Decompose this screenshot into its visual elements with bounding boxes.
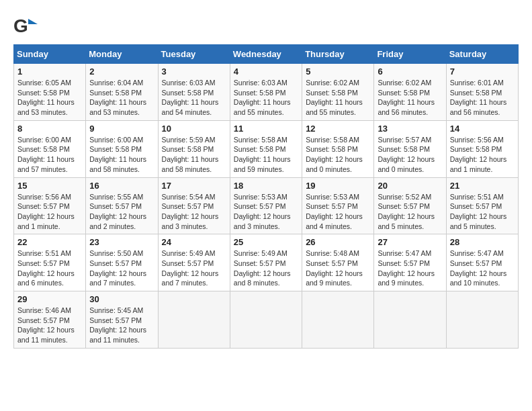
day-number: 1 xyxy=(17,66,82,77)
page-header: G xyxy=(13,13,519,38)
calendar-cell: 20 Sunrise: 5:52 AM Sunset: 5:57 PM Dayl… xyxy=(374,177,446,234)
day-number: 3 xyxy=(162,66,226,77)
calendar-cell: 2 Sunrise: 6:04 AM Sunset: 5:58 PM Dayli… xyxy=(86,64,158,121)
weekday-header-sunday: Sunday xyxy=(14,45,86,64)
day-number: 24 xyxy=(162,237,226,247)
calendar-cell: 28 Sunrise: 5:47 AM Sunset: 5:57 PM Dayl… xyxy=(446,234,518,291)
calendar-cell: 11 Sunrise: 5:58 AM Sunset: 5:58 PM Dayl… xyxy=(230,120,302,177)
calendar-cell: 12 Sunrise: 5:58 AM Sunset: 5:58 PM Dayl… xyxy=(302,120,374,177)
day-info: Sunrise: 6:00 AM Sunset: 5:58 PM Dayligh… xyxy=(89,135,154,175)
day-number: 8 xyxy=(17,124,82,134)
day-number: 23 xyxy=(89,237,154,247)
day-number: 26 xyxy=(306,237,370,247)
weekday-header-tuesday: Tuesday xyxy=(158,45,230,64)
day-info: Sunrise: 5:55 AM Sunset: 5:57 PM Dayligh… xyxy=(89,192,154,232)
calendar-week-2: 8 Sunrise: 6:00 AM Sunset: 5:58 PM Dayli… xyxy=(14,120,519,177)
day-number: 5 xyxy=(306,66,370,77)
day-info: Sunrise: 6:05 AM Sunset: 5:58 PM Dayligh… xyxy=(17,78,82,118)
calendar-cell: 29 Sunrise: 5:46 AM Sunset: 5:57 PM Dayl… xyxy=(14,291,86,349)
day-info: Sunrise: 5:58 AM Sunset: 5:58 PM Dayligh… xyxy=(306,135,370,175)
calendar-cell: 27 Sunrise: 5:47 AM Sunset: 5:57 PM Dayl… xyxy=(374,234,446,291)
day-number: 28 xyxy=(450,237,515,247)
day-number: 27 xyxy=(378,237,442,247)
weekday-header-saturday: Saturday xyxy=(446,45,518,64)
calendar-cell: 3 Sunrise: 6:03 AM Sunset: 5:58 PM Dayli… xyxy=(158,64,230,121)
day-info: Sunrise: 5:58 AM Sunset: 5:58 PM Dayligh… xyxy=(234,135,298,175)
day-info: Sunrise: 6:03 AM Sunset: 5:58 PM Dayligh… xyxy=(162,78,226,118)
calendar-cell xyxy=(302,291,374,349)
day-number: 30 xyxy=(89,294,154,304)
calendar-week-5: 29 Sunrise: 5:46 AM Sunset: 5:57 PM Dayl… xyxy=(14,291,519,349)
day-number: 21 xyxy=(450,181,515,191)
day-info: Sunrise: 5:47 AM Sunset: 5:57 PM Dayligh… xyxy=(450,248,515,288)
day-info: Sunrise: 5:50 AM Sunset: 5:57 PM Dayligh… xyxy=(89,248,154,288)
calendar-cell: 10 Sunrise: 5:59 AM Sunset: 5:58 PM Dayl… xyxy=(158,120,230,177)
calendar-cell: 18 Sunrise: 5:53 AM Sunset: 5:57 PM Dayl… xyxy=(230,177,302,234)
day-info: Sunrise: 5:51 AM Sunset: 5:57 PM Dayligh… xyxy=(450,192,515,232)
logo: G xyxy=(13,13,40,38)
day-number: 12 xyxy=(306,124,370,134)
logo-icon: G xyxy=(13,13,38,38)
calendar-cell: 4 Sunrise: 6:03 AM Sunset: 5:58 PM Dayli… xyxy=(230,64,302,121)
calendar-week-4: 22 Sunrise: 5:51 AM Sunset: 5:57 PM Dayl… xyxy=(14,234,519,291)
calendar-cell: 17 Sunrise: 5:54 AM Sunset: 5:57 PM Dayl… xyxy=(158,177,230,234)
svg-text:G: G xyxy=(13,15,28,36)
day-number: 22 xyxy=(17,237,82,247)
day-info: Sunrise: 5:56 AM Sunset: 5:58 PM Dayligh… xyxy=(450,135,515,175)
calendar-week-1: 1 Sunrise: 6:05 AM Sunset: 5:58 PM Dayli… xyxy=(14,64,519,121)
calendar-cell xyxy=(374,291,446,349)
day-info: Sunrise: 5:56 AM Sunset: 5:57 PM Dayligh… xyxy=(17,192,82,232)
day-info: Sunrise: 5:49 AM Sunset: 5:57 PM Dayligh… xyxy=(162,248,226,288)
day-info: Sunrise: 6:04 AM Sunset: 5:58 PM Dayligh… xyxy=(89,78,154,118)
day-info: Sunrise: 5:53 AM Sunset: 5:57 PM Dayligh… xyxy=(234,192,298,232)
calendar-cell: 26 Sunrise: 5:48 AM Sunset: 5:57 PM Dayl… xyxy=(302,234,374,291)
day-info: Sunrise: 5:52 AM Sunset: 5:57 PM Dayligh… xyxy=(378,192,442,232)
day-info: Sunrise: 5:59 AM Sunset: 5:58 PM Dayligh… xyxy=(162,135,226,175)
calendar-cell xyxy=(446,291,518,349)
day-info: Sunrise: 5:53 AM Sunset: 5:57 PM Dayligh… xyxy=(306,192,370,232)
weekday-header-friday: Friday xyxy=(374,45,446,64)
calendar-cell xyxy=(158,291,230,349)
calendar-cell: 15 Sunrise: 5:56 AM Sunset: 5:57 PM Dayl… xyxy=(14,177,86,234)
calendar-cell: 6 Sunrise: 6:02 AM Sunset: 5:58 PM Dayli… xyxy=(374,64,446,121)
day-info: Sunrise: 5:47 AM Sunset: 5:57 PM Dayligh… xyxy=(378,248,442,288)
day-number: 17 xyxy=(162,181,226,191)
day-info: Sunrise: 5:51 AM Sunset: 5:57 PM Dayligh… xyxy=(17,248,82,288)
day-number: 7 xyxy=(450,66,515,77)
day-info: Sunrise: 6:02 AM Sunset: 5:58 PM Dayligh… xyxy=(306,78,370,118)
calendar-cell: 13 Sunrise: 5:57 AM Sunset: 5:58 PM Dayl… xyxy=(374,120,446,177)
day-number: 29 xyxy=(17,294,82,304)
day-info: Sunrise: 5:46 AM Sunset: 5:57 PM Dayligh… xyxy=(17,306,82,345)
day-number: 20 xyxy=(378,181,442,191)
day-number: 10 xyxy=(162,124,226,134)
calendar-cell: 14 Sunrise: 5:56 AM Sunset: 5:58 PM Dayl… xyxy=(446,120,518,177)
calendar-cell: 5 Sunrise: 6:02 AM Sunset: 5:58 PM Dayli… xyxy=(302,64,374,121)
day-info: Sunrise: 6:03 AM Sunset: 5:58 PM Dayligh… xyxy=(234,78,298,118)
calendar-cell: 25 Sunrise: 5:49 AM Sunset: 5:57 PM Dayl… xyxy=(230,234,302,291)
calendar-cell: 21 Sunrise: 5:51 AM Sunset: 5:57 PM Dayl… xyxy=(446,177,518,234)
day-number: 2 xyxy=(89,66,154,77)
calendar-cell: 30 Sunrise: 5:45 AM Sunset: 5:57 PM Dayl… xyxy=(86,291,158,349)
day-number: 11 xyxy=(234,124,298,134)
day-info: Sunrise: 5:49 AM Sunset: 5:57 PM Dayligh… xyxy=(234,248,298,288)
day-info: Sunrise: 6:01 AM Sunset: 5:58 PM Dayligh… xyxy=(450,78,515,118)
calendar-cell: 22 Sunrise: 5:51 AM Sunset: 5:57 PM Dayl… xyxy=(14,234,86,291)
day-number: 16 xyxy=(89,181,154,191)
calendar-cell: 19 Sunrise: 5:53 AM Sunset: 5:57 PM Dayl… xyxy=(302,177,374,234)
day-number: 13 xyxy=(378,124,442,134)
calendar-cell: 9 Sunrise: 6:00 AM Sunset: 5:58 PM Dayli… xyxy=(86,120,158,177)
weekday-header-wednesday: Wednesday xyxy=(230,45,302,64)
calendar-cell: 8 Sunrise: 6:00 AM Sunset: 5:58 PM Dayli… xyxy=(14,120,86,177)
weekday-header-thursday: Thursday xyxy=(302,45,374,64)
day-number: 4 xyxy=(234,66,298,77)
day-number: 19 xyxy=(306,181,370,191)
day-number: 14 xyxy=(450,124,515,134)
day-info: Sunrise: 5:57 AM Sunset: 5:58 PM Dayligh… xyxy=(378,135,442,175)
weekday-header-row: SundayMondayTuesdayWednesdayThursdayFrid… xyxy=(14,45,519,64)
day-number: 6 xyxy=(378,66,442,77)
day-number: 25 xyxy=(234,237,298,247)
calendar-cell: 7 Sunrise: 6:01 AM Sunset: 5:58 PM Dayli… xyxy=(446,64,518,121)
calendar-cell: 1 Sunrise: 6:05 AM Sunset: 5:58 PM Dayli… xyxy=(14,64,86,121)
svg-marker-1 xyxy=(28,19,38,24)
day-number: 9 xyxy=(89,124,154,134)
